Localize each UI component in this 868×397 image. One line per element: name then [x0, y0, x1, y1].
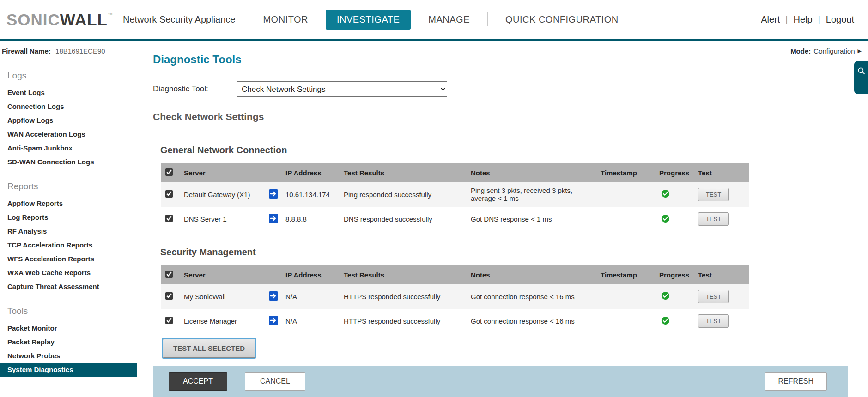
ip-cell: N/A — [282, 284, 340, 309]
sidebar-item-sd-wan-connection-logs[interactable]: SD-WAN Connection Logs — [0, 155, 137, 169]
detail-arrow-icon[interactable] — [269, 291, 278, 301]
logout-link[interactable]: Logout — [826, 14, 854, 25]
logo-wall: WALL — [60, 12, 108, 28]
col-notes: Notes — [467, 163, 597, 182]
ip-cell: N/A — [282, 309, 340, 333]
test-button[interactable]: TEST — [698, 188, 729, 201]
test-button[interactable]: TEST — [698, 212, 729, 226]
table-header-row: Server IP Address Test Results Notes Tim… — [161, 163, 749, 182]
general-network-table: Server IP Address Test Results Notes Tim… — [161, 163, 749, 231]
col-test-results: Test Results — [340, 163, 467, 182]
select-all-checkbox[interactable] — [165, 271, 173, 278]
notes-cell: Got connection response < 16 ms — [467, 309, 597, 333]
sonicwall-logo: SONICWALL™ — [6, 12, 113, 28]
page-title: Diagnostic Tools — [153, 52, 868, 67]
sidebar-item-event-logs[interactable]: Event Logs — [0, 86, 137, 100]
nav-investigate[interactable]: INVESTIGATE — [326, 10, 411, 30]
detail-arrow-icon[interactable] — [269, 316, 278, 325]
appliance-label: Network Security Appliance — [123, 14, 235, 25]
sidebar-item-rf-analysis[interactable]: RF Analysis — [0, 224, 137, 238]
detail-arrow-icon[interactable] — [269, 214, 278, 223]
cancel-button[interactable]: CANCEL — [245, 372, 305, 391]
link-separator: | — [818, 14, 820, 25]
notes-cell: Got connection response < 16 ms — [467, 284, 597, 309]
col-test: Test — [694, 265, 749, 284]
sidebar-item-log-reports[interactable]: Log Reports — [0, 211, 137, 224]
col-notes: Notes — [467, 265, 597, 284]
diagnostic-tool-row: Diagnostic Tool: Check Network Settings — [153, 81, 868, 97]
sidebar-item-packet-replay[interactable]: Packet Replay — [0, 335, 137, 349]
notes-cell: Got DNS response < 1 ms — [467, 207, 597, 231]
test-all-selected-button[interactable]: TEST ALL SELECTED — [163, 339, 255, 358]
success-check-icon — [661, 316, 670, 325]
nav-divider — [487, 12, 488, 26]
success-check-icon — [661, 291, 670, 300]
help-link[interactable]: Help — [793, 14, 812, 25]
detail-arrow-icon[interactable] — [269, 189, 278, 198]
row-select-checkbox[interactable] — [165, 215, 173, 222]
sidebar-section-reports: Reports Appflow Reports Log Reports RF A… — [0, 180, 137, 294]
sidebar-item-anti-spam-junkbox[interactable]: Anti-Spam Junkbox — [0, 141, 137, 155]
notes-cell: Ping sent 3 pkts, received 3 pkts, avera… — [467, 182, 597, 207]
firewall-name-label: Firewall Name: — [2, 47, 51, 55]
ip-cell: 10.61.134.174 — [282, 182, 340, 207]
test-button[interactable]: TEST — [698, 314, 729, 328]
diagnostic-tool-label: Diagnostic Tool: — [153, 84, 237, 94]
sidebar-item-tcp-acceleration-reports[interactable]: TCP Acceleration Reports — [0, 238, 137, 252]
table-row: License Manager N/A HTTPS responded succ… — [161, 309, 749, 333]
server-cell: My SonicWall — [180, 284, 265, 309]
test-button[interactable]: TEST — [698, 290, 729, 303]
sidebar-item-capture-threat-assessment[interactable]: Capture Threat Assessment — [0, 280, 137, 294]
row-select-checkbox[interactable] — [165, 190, 173, 198]
diagnostic-tool-select[interactable]: Check Network Settings — [237, 81, 447, 97]
select-all-checkbox[interactable] — [165, 168, 173, 176]
sidebar-item-appflow-reports[interactable]: Appflow Reports — [0, 197, 137, 211]
row-select-checkbox[interactable] — [165, 317, 173, 324]
col-arrow — [265, 265, 282, 284]
sidebar-item-wan-acceleration-logs[interactable]: WAN Acceleration Logs — [0, 127, 137, 141]
nav-manage[interactable]: MANAGE — [428, 14, 470, 25]
sidebar-section-logs: Logs Event Logs Connection Logs Appflow … — [0, 69, 137, 169]
col-timestamp: Timestamp — [597, 265, 656, 284]
top-links: Alert | Help | Logout — [761, 14, 854, 25]
group-title-general-network: General Network Connection — [160, 144, 868, 156]
security-management-table: Server IP Address Test Results Notes Tim… — [161, 265, 749, 333]
sidebar-item-wxa-web-cache-reports[interactable]: WXA Web Cache Reports — [0, 266, 137, 280]
section-heading: Check Network Settings — [153, 111, 868, 123]
result-cell: HTTPS responded successfully — [340, 309, 467, 333]
logo-sonic: SONIC — [6, 12, 60, 28]
success-check-icon — [661, 189, 670, 198]
nav-quick-configuration[interactable]: QUICK CONFIGURATION — [505, 14, 619, 25]
server-cell: License Manager — [180, 309, 265, 333]
timestamp-cell — [597, 207, 656, 231]
timestamp-cell — [597, 284, 656, 309]
sidebar-item-system-diagnostics[interactable]: System Diagnostics — [0, 363, 137, 377]
sidebar: Logs Event Logs Connection Logs Appflow … — [0, 69, 137, 377]
sidebar-section-title: Logs — [0, 69, 137, 86]
success-check-icon — [661, 214, 670, 223]
sidebar-item-appflow-logs[interactable]: Appflow Logs — [0, 114, 137, 127]
col-server: Server — [180, 265, 265, 284]
sidebar-item-network-probes[interactable]: Network Probes — [0, 349, 137, 363]
table-row: DNS Server 1 8.8.8.8 DNS responded succe… — [161, 207, 749, 231]
result-cell: DNS responded successfully — [340, 207, 467, 231]
nav-monitor[interactable]: MONITOR — [263, 14, 308, 25]
sidebar-item-connection-logs[interactable]: Connection Logs — [0, 100, 137, 114]
sidebar-item-packet-monitor[interactable]: Packet Monitor — [0, 321, 137, 335]
table-row: Default Gateway (X1) 10.61.134.174 Ping … — [161, 182, 749, 207]
ip-cell: 8.8.8.8 — [282, 207, 340, 231]
sidebar-item-wfs-acceleration-reports[interactable]: WFS Acceleration Reports — [0, 252, 137, 266]
sidebar-section-tools: Tools Packet Monitor Packet Replay Netwo… — [0, 305, 137, 377]
refresh-button[interactable]: REFRESH — [765, 372, 827, 391]
alert-link[interactable]: Alert — [761, 14, 780, 25]
workspace: Firewall Name: 18B1691ECE90 Mode: Config… — [0, 41, 868, 397]
accept-button[interactable]: ACCEPT — [169, 372, 227, 391]
sidebar-section-title: Reports — [0, 180, 137, 197]
action-footer: ACCEPT CANCEL REFRESH — [153, 366, 848, 397]
group-title-security-management: Security Management — [160, 246, 868, 258]
row-select-checkbox[interactable] — [165, 292, 173, 300]
col-ip-address: IP Address — [282, 265, 340, 284]
firewall-name-value: 18B1691ECE90 — [55, 47, 105, 55]
col-arrow — [265, 163, 282, 182]
table-header-row: Server IP Address Test Results Notes Tim… — [161, 265, 749, 284]
